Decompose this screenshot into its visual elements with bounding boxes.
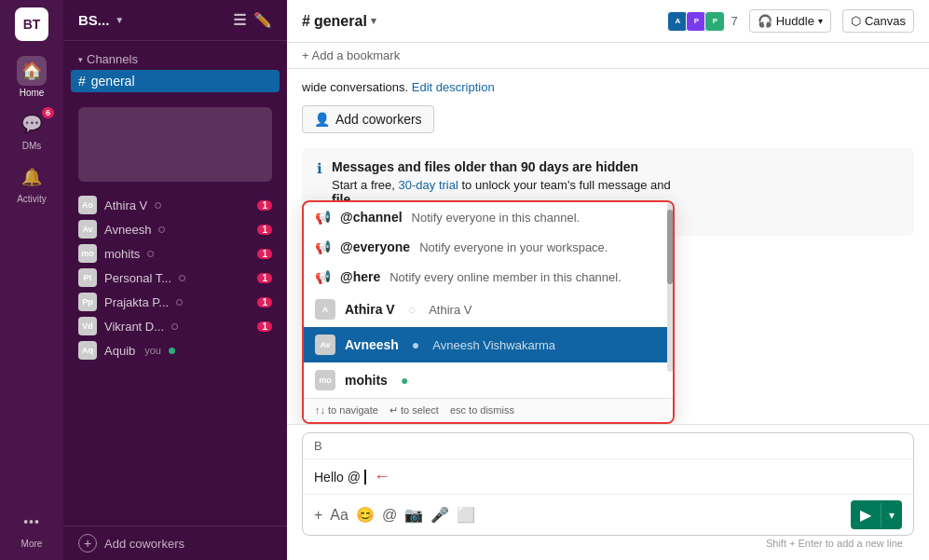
huddle-chevron-icon: ▾ <box>818 16 823 26</box>
sidebar-item-home[interactable]: 🏠 Home <box>0 52 63 102</box>
member-avatars[interactable]: A P P 7 <box>671 11 737 32</box>
dm-item-athira[interactable]: Ao Athira V 1 <box>63 193 287 217</box>
dm-item-vikrant[interactable]: Vd Vikrant D... 1 <box>63 314 287 338</box>
add-coworkers-sidebar-btn[interactable]: + Add coworkers <box>63 526 287 560</box>
status-dot-athira <box>155 202 161 209</box>
dm-name-personal: Personal T... <box>104 271 171 285</box>
dm-item-mohits[interactable]: mo mohits 1 <box>63 241 287 266</box>
dm-list: Ao Athira V 1 Av Avneesh 1 mo mohits 1 P… <box>63 189 287 526</box>
add-coworkers-main-button[interactable]: 👤 Add coworkers <box>302 105 434 133</box>
dm-avatar-personal: Pt <box>78 268 97 287</box>
mention-item-channel[interactable]: 📢 @channel Notify everyone in this chann… <box>304 202 673 232</box>
add-coworkers-main-label: Add coworkers <box>335 112 422 127</box>
dm-item-personal[interactable]: Pt Personal T... 1 <box>63 266 287 290</box>
mention-here-desc: Notify every online member in this chann… <box>389 270 622 284</box>
status-dot-avneesh <box>158 226 165 233</box>
mention-dropdown-footer: ↑↓ to navigate ↵ to select esc to dismis… <box>304 398 673 422</box>
dm-name-prajakta: Prajakta P... <box>104 295 169 309</box>
mention-scrollbar-thumb <box>667 210 673 284</box>
dm-item-prajakta[interactable]: Pp Prajakta P... 1 <box>63 290 287 314</box>
footer-dismiss: esc to dismiss <box>450 404 514 417</box>
member-avatar-1: A <box>667 11 688 32</box>
snippet-icon[interactable]: ⬜ <box>457 506 475 524</box>
message-text: Hello @ <box>314 470 361 485</box>
message-input-toolbar: + Aa 😊 @ 📷 🎤 ⬜ ▶ ▾ <box>303 494 913 535</box>
canvas-label: Canvas <box>865 14 906 28</box>
dm-name-aquib: Aquib <box>104 344 135 358</box>
mention-item-athira[interactable]: A Athira V ○ Athira V <box>304 292 673 327</box>
channel-name-header[interactable]: # general ▾ <box>302 13 376 30</box>
status-dot-avneesh-mention: ● <box>412 337 419 352</box>
edit-description-link[interactable]: Edit description <box>412 80 495 94</box>
workspace-avatar[interactable]: BT <box>15 7 48 41</box>
app-sidebar: BT 🏠 Home 💬 DMs 6 🔔 Activity ••• More <box>0 0 63 560</box>
hash-icon-header: # <box>302 13 310 30</box>
sidebar-item-more[interactable]: ••• More <box>0 503 63 553</box>
red-arrow-icon: ← <box>374 467 390 486</box>
dm-item-avneesh[interactable]: Av Avneesh 1 <box>63 217 287 241</box>
bookmark-label: + Add a bookmark <box>302 48 400 62</box>
member-count: 7 <box>731 14 737 28</box>
workspace-chevron-icon: ▼ <box>115 15 124 25</box>
workspace-name: BS... <box>78 12 109 28</box>
mention-item-here[interactable]: 📢 @here Notify every online member in th… <box>304 262 673 292</box>
mention-icon[interactable]: @ <box>382 507 397 524</box>
trial-link[interactable]: 30-day trial <box>399 178 458 192</box>
compose-icon[interactable]: ✏️ <box>253 11 272 29</box>
mention-item-mohits[interactable]: mo mohits ● <box>304 362 673 398</box>
mention-everyone-icon: 📢 <box>315 239 331 254</box>
mention-avneesh-name: Avneesh <box>345 337 399 352</box>
send-dropdown-icon[interactable]: ▾ <box>881 503 902 527</box>
workspace-header[interactable]: BS... ▼ ☰ ✏️ <box>63 0 287 41</box>
dm-avatar-athira: Ao <box>78 196 97 214</box>
plus-icon[interactable]: + <box>314 507 322 524</box>
mention-scrollbar[interactable] <box>667 202 673 372</box>
mention-avatar-mohits: mo <box>315 370 335 390</box>
mention-avneesh-desc: Avneesh Vishwakarma <box>432 338 555 352</box>
message-input-field[interactable]: Hello @ ← <box>303 459 913 494</box>
message-input-header: B <box>303 433 913 459</box>
dm-name-avneesh: Avneesh <box>104 223 151 237</box>
headphones-icon: 🎧 <box>758 14 772 28</box>
huddle-button[interactable]: 🎧 Huddle ▾ <box>749 9 831 33</box>
info-banner-title: Messages and files older than 90 days ar… <box>332 159 671 174</box>
send-main-icon[interactable]: ▶ <box>851 500 881 529</box>
text-format-icon[interactable]: Aa <box>330 507 348 524</box>
sidebar-item-dms[interactable]: 💬 DMs 6 <box>0 105 63 155</box>
bookmark-bar[interactable]: + Add a bookmark <box>287 43 929 69</box>
channels-section-header[interactable]: ▾ Channels <box>63 48 287 70</box>
dm-item-aquib[interactable]: Aq Aquib you <box>63 338 287 362</box>
send-button[interactable]: ▶ ▾ <box>851 500 902 529</box>
main-content: # general ▾ A P P 7 🎧 Huddle ▾ ⬡ Canvas … <box>287 0 929 560</box>
channel-actions: A P P 7 🎧 Huddle ▾ ⬡ Canvas <box>671 9 914 33</box>
mic-icon[interactable]: 🎤 <box>430 506 449 524</box>
dm-badge-vikrant: 1 <box>257 321 272 332</box>
emoji-icon[interactable]: 😊 <box>356 506 375 524</box>
dm-name-mohits: mohits <box>104 247 140 261</box>
footer-select: ↵ to select <box>389 404 439 417</box>
video-icon[interactable]: 📷 <box>404 506 423 524</box>
mention-here-icon: 📢 <box>315 269 331 284</box>
dm-name-athira: Athira V <box>104 198 147 212</box>
mention-item-avneesh[interactable]: Av Avneesh ● Avneesh Vishwakarma <box>304 327 673 362</box>
channel-item-general[interactable]: # general <box>71 70 280 92</box>
footer-navigate: ↑↓ to navigate <box>315 404 378 417</box>
info-banner-body-start: Start a free, <box>332 178 399 192</box>
shift-enter-hint: Shift + Enter to add a new line <box>302 536 914 553</box>
canvas-button[interactable]: ⬡ Canvas <box>842 9 914 33</box>
dm-badge-prajakta: 1 <box>257 297 272 307</box>
hash-icon: # <box>78 74 86 89</box>
mention-everyone-desc: Notify everyone in your workspace. <box>419 240 608 254</box>
mention-mohits-name: mohits <box>345 373 388 388</box>
filter-icon[interactable]: ☰ <box>233 11 246 29</box>
message-input-box: B Hello @ ← + Aa 😊 @ 📷 🎤 ⬜ ▶ ▾ <box>302 432 914 536</box>
status-dot-prajakta <box>176 299 183 306</box>
mention-item-everyone[interactable]: 📢 @everyone Notify everyone in your work… <box>304 232 673 262</box>
messages-area: wide conversations. Edit description 👤 A… <box>287 69 929 424</box>
plus-circle-icon: + <box>78 534 97 553</box>
mention-everyone-name: @everyone <box>340 239 410 254</box>
sidebar-item-activity[interactable]: 🔔 Activity <box>0 158 63 208</box>
dm-badge-personal: 1 <box>257 273 272 283</box>
member-avatar-2: P <box>686 11 706 32</box>
channels-section-label: Channels <box>87 52 138 66</box>
